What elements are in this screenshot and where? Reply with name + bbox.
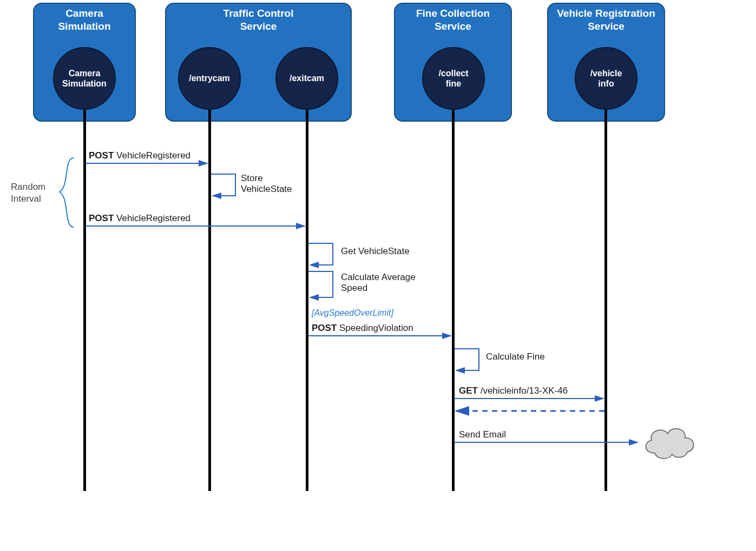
endpoint-camera-simulation: CameraSimulation	[53, 47, 116, 110]
msg-get-vehicle-state: Get VehicleState	[341, 246, 410, 257]
endpoint-entrycam: /entrycam	[178, 47, 241, 110]
lifeline-vehicleinfo	[604, 110, 607, 491]
lifeline-entrycam	[208, 110, 211, 491]
endpoint-vehicleinfo: /vehicleinfo	[575, 47, 637, 110]
msg-store-vehicle-state: StoreVehicleState	[241, 173, 292, 195]
endpoint-label: /entrycam	[189, 73, 230, 83]
endpoint-label: /exitcam	[290, 73, 324, 83]
lifeline-exitcam	[306, 110, 308, 491]
msg-send-email: Send Email	[459, 429, 506, 440]
msg-post-speeding-violation: POST SpeedingViolation	[312, 323, 413, 334]
endpoint-label: /vehicleinfo	[590, 68, 622, 89]
endpoint-label: CameraSimulation	[62, 68, 107, 89]
cloud-icon	[639, 422, 698, 462]
msg-calculate-fine: Calculate Fine	[486, 351, 545, 362]
msg-get-vehicle-info: GET /vehicleinfo/13-XK-46	[459, 386, 568, 396]
service-title: Traffic ControlService	[166, 4, 351, 33]
brace-random-interval	[52, 157, 76, 230]
service-title: CameraSimulation	[34, 4, 135, 33]
condition-avg-speed-over-limit: [AvgSpeedOverLimit]	[312, 308, 393, 318]
msg-post-vehicle-registered-1: POST VehicleRegistered	[89, 150, 190, 161]
note-random-interval: RandomInterval	[11, 181, 45, 205]
msg-calc-avg-speed: Calculate AverageSpeed	[341, 272, 416, 294]
endpoint-label: /collectfine	[438, 68, 468, 89]
msg-post-vehicle-registered-2: POST VehicleRegistered	[89, 213, 190, 224]
lifeline-camera	[83, 110, 86, 491]
endpoint-collectfine: /collectfine	[422, 47, 485, 110]
lifeline-collectfine	[452, 110, 455, 491]
service-title: Vehicle RegistrationService	[548, 4, 664, 33]
service-title: Fine CollectionService	[395, 4, 511, 33]
endpoint-exitcam: /exitcam	[275, 47, 338, 110]
sequence-diagram: CameraSimulation CameraSimulation Traffi…	[0, 0, 756, 551]
